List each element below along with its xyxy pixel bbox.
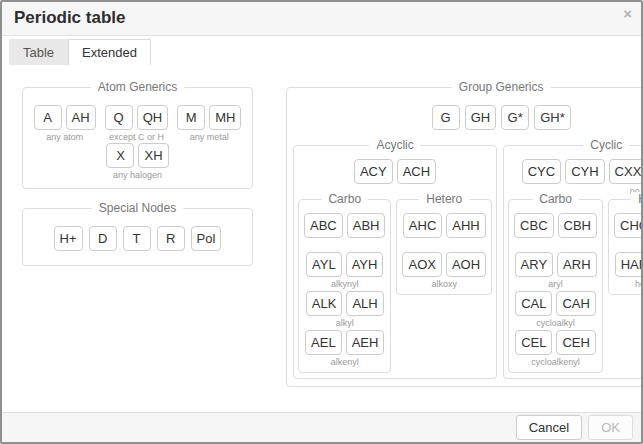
- button-gh[interactable]: GH: [465, 105, 497, 130]
- button-group: ABC ABH: [304, 213, 385, 250]
- tab-table[interactable]: Table: [9, 39, 68, 65]
- tab-extended[interactable]: Extended: [68, 39, 151, 65]
- button-cxx[interactable]: CXX: [609, 159, 643, 184]
- button-gh-star[interactable]: GH*: [534, 105, 571, 130]
- acyclic-fieldset: Acyclic ACY ACH Carbo: [293, 145, 497, 379]
- cyclic-fieldset: Cyclic CYC CYH CXX: [503, 145, 643, 379]
- cyclic-hetero-fieldset: Hetero CHC CHH: [608, 199, 643, 295]
- button-group: AYL AYH alkynyl: [304, 252, 385, 289]
- button-ceh[interactable]: CEH: [556, 330, 595, 355]
- button-qh[interactable]: QH: [137, 105, 169, 130]
- cyclic-carbo-legend: Carbo: [532, 192, 579, 207]
- button-abh[interactable]: ABH: [347, 213, 386, 238]
- cyclic-legend: Cyclic: [583, 138, 629, 153]
- hint-aryl: aryl: [548, 279, 563, 289]
- button-ahc[interactable]: AHC: [403, 213, 442, 238]
- button-t[interactable]: T: [123, 226, 151, 251]
- button-m[interactable]: M: [177, 105, 205, 130]
- group-generics-sub: Acyclic ACY ACH Carbo: [293, 145, 643, 379]
- button-group: HAR HAH hetero aryl: [614, 252, 643, 289]
- button-cbh[interactable]: CBH: [558, 213, 597, 238]
- atom-generics-fieldset: Atom Generics A AH any atom Q QH: [22, 87, 253, 189]
- button-ahh[interactable]: AHH: [446, 213, 485, 238]
- dialog-body: Atom Generics A AH any atom Q QH: [2, 65, 641, 412]
- hint-cycloalkenyl: cycloalkenyl: [531, 357, 580, 367]
- hint-alkyl: alkyl: [336, 318, 354, 328]
- button-xh[interactable]: XH: [138, 143, 168, 168]
- atom-generics-legend: Atom Generics: [91, 80, 184, 95]
- button-aoh[interactable]: AOH: [446, 252, 486, 277]
- special-nodes-legend: Special Nodes: [92, 201, 183, 216]
- button-mh[interactable]: MH: [209, 105, 241, 130]
- button-group: ARY ARH aryl: [514, 252, 597, 289]
- button-q[interactable]: Q: [105, 105, 133, 130]
- button-ayh[interactable]: AYH: [346, 252, 384, 277]
- left-column: Atom Generics A AH any atom Q QH: [22, 87, 253, 266]
- button-alh[interactable]: ALH: [346, 291, 383, 316]
- periodic-table-dialog: Periodic table × Table Extended Atom Gen…: [0, 0, 643, 444]
- acyclic-carbo-legend: Carbo: [321, 192, 368, 207]
- button-cyc[interactable]: CYC: [522, 159, 561, 184]
- button-group: AOX AOH alkoxy: [402, 252, 486, 289]
- button-ary[interactable]: ARY: [515, 252, 554, 277]
- cancel-button[interactable]: Cancel: [516, 415, 582, 440]
- button-ayl[interactable]: AYL: [306, 252, 342, 277]
- right-column: Group Generics G GH G* GH* Acyclic ACY: [286, 87, 643, 387]
- hint-except-c-or-h: except C or H: [109, 132, 164, 142]
- button-group: AHC AHH: [402, 213, 486, 250]
- button-group: CYC CYH: [522, 159, 605, 196]
- ok-button[interactable]: OK: [588, 415, 633, 440]
- group-generics-fieldset: Group Generics G GH G* GH* Acyclic ACY: [286, 87, 643, 387]
- button-ael[interactable]: AEL: [305, 330, 342, 355]
- button-h-plus[interactable]: H+: [54, 226, 83, 251]
- hint-alkenyl: alkenyl: [331, 357, 359, 367]
- button-d[interactable]: D: [89, 226, 117, 251]
- hint-any-metal: any metal: [190, 132, 229, 142]
- atom-generics-row2: X XH any halogen: [31, 143, 244, 180]
- button-x[interactable]: X: [106, 143, 134, 168]
- acyclic-carbo-fieldset: Carbo ABC ABH: [298, 199, 391, 373]
- atom-group-any-metal: M MH any metal: [177, 105, 241, 142]
- button-cyh[interactable]: CYH: [565, 159, 604, 184]
- button-group: CAL CAH cycloalkyl: [514, 291, 597, 328]
- special-nodes-row: H+ D T R Pol: [31, 226, 244, 251]
- button-cbc[interactable]: CBC: [514, 213, 553, 238]
- button-cal[interactable]: CAL: [515, 291, 552, 316]
- atom-generics-row1: A AH any atom Q QH except C or H: [31, 105, 244, 142]
- button-ah[interactable]: AH: [66, 105, 96, 130]
- group-generics-legend: Group Generics: [452, 80, 551, 95]
- button-alk[interactable]: ALK: [306, 291, 343, 316]
- hint-alkynyl: alkynyl: [331, 279, 359, 289]
- button-cah[interactable]: CAH: [556, 291, 595, 316]
- button-acy[interactable]: ACY: [354, 159, 393, 184]
- button-aeh[interactable]: AEH: [346, 330, 385, 355]
- button-g[interactable]: G: [432, 105, 460, 130]
- cyclic-sub-row: Carbo CBC CBH: [508, 199, 643, 373]
- cyclic-hetero-legend: Hetero: [631, 192, 643, 207]
- button-aox[interactable]: AOX: [402, 252, 441, 277]
- button-har[interactable]: HAR: [615, 252, 643, 277]
- button-r[interactable]: R: [157, 226, 185, 251]
- button-cel[interactable]: CEL: [515, 330, 552, 355]
- button-group: ALK ALH alkyl: [304, 291, 385, 328]
- acyclic-hetero-fieldset: Hetero AHC AHH: [396, 199, 492, 295]
- button-g-star[interactable]: G*: [501, 105, 529, 130]
- button-arh[interactable]: ARH: [557, 252, 596, 277]
- tab-bar: Table Extended: [9, 39, 641, 65]
- close-icon[interactable]: ×: [623, 6, 632, 21]
- acyclic-hetero-legend: Hetero: [419, 192, 469, 207]
- acyclic-legend: Acyclic: [369, 138, 420, 153]
- dialog-header: Periodic table ×: [2, 2, 641, 36]
- acyclic-top-group: ACY ACH: [298, 159, 492, 196]
- button-chc[interactable]: CHC: [614, 213, 643, 238]
- acyclic-sub-row: Carbo ABC ABH: [298, 199, 492, 373]
- button-pol[interactable]: Pol: [191, 226, 222, 251]
- cyclic-carbo-fieldset: Carbo CBC CBH: [508, 199, 603, 373]
- button-ach[interactable]: ACH: [397, 159, 436, 184]
- button-group: AEL AEH alkenyl: [304, 330, 385, 367]
- atom-group-any-halogen: X XH any halogen: [106, 143, 168, 180]
- button-a[interactable]: A: [34, 105, 62, 130]
- button-abc[interactable]: ABC: [304, 213, 343, 238]
- hint-alkoxy: alkoxy: [432, 279, 458, 289]
- dialog-title: Periodic table: [14, 8, 629, 28]
